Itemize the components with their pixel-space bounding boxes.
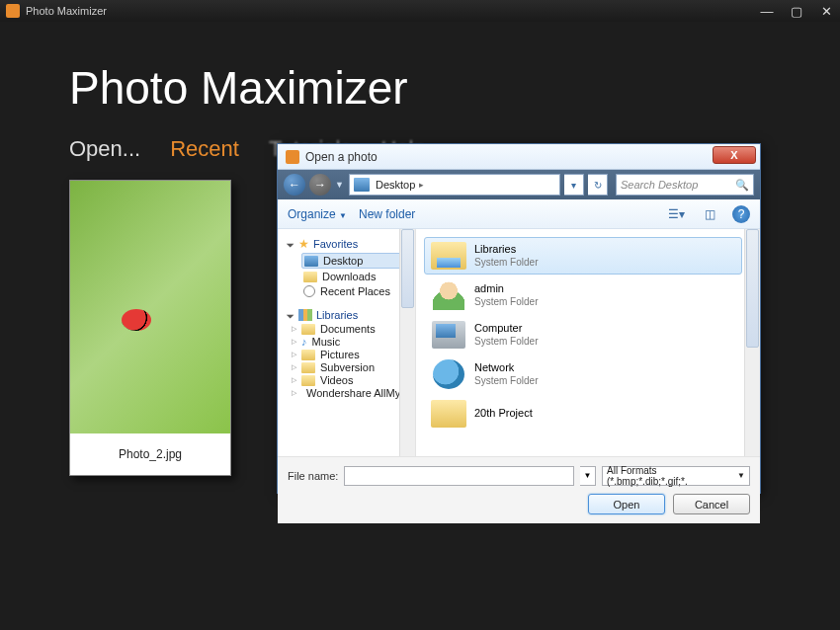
history-dropdown[interactable]: ▼ <box>335 180 345 190</box>
titlebar[interactable]: Photo Maximizer — ▢ ✕ <box>0 0 840 22</box>
dialog-actions: Open Cancel <box>278 494 760 523</box>
close-button[interactable]: ✕ <box>818 4 834 19</box>
new-folder-button[interactable]: New folder <box>359 207 415 221</box>
cancel-button[interactable]: Cancel <box>673 494 750 514</box>
nav-recent[interactable]: Recent <box>170 136 239 162</box>
dialog-app-icon <box>286 150 299 164</box>
item-icon <box>431 280 466 310</box>
maximize-button[interactable]: ▢ <box>789 4 804 19</box>
item-sub: System Folder <box>474 257 538 269</box>
app-heading: Photo Maximizer <box>69 61 771 115</box>
tree-scrollbar[interactable] <box>399 229 415 456</box>
nav-tree[interactable]: ★Favorites Desktop Downloads Recent Plac… <box>278 229 416 456</box>
dialog-toolbar: Organize ▼ New folder ☰▾ ◫ ? <box>278 199 760 229</box>
item-icon <box>431 320 466 350</box>
thumb-image <box>70 181 230 433</box>
chevron-down-icon: ▼ <box>737 471 745 480</box>
item-sub: System Folder <box>474 296 538 308</box>
item-sub: System Folder <box>474 375 538 387</box>
breadcrumb-arrow-icon[interactable]: ▸ <box>419 180 424 190</box>
tree-item-videos[interactable]: Videos <box>292 374 413 386</box>
address-dropdown[interactable]: ▾ <box>564 174 584 196</box>
item-icon <box>431 399 466 429</box>
refresh-button[interactable]: ↻ <box>588 174 608 196</box>
view-options-button[interactable]: ☰▾ <box>665 204 687 224</box>
organize-button[interactable]: Organize ▼ <box>288 207 347 221</box>
tree-item-recent-places[interactable]: Recent Places <box>301 284 413 298</box>
folder-icon <box>301 375 315 386</box>
file-item[interactable]: adminSystem Folder <box>424 276 742 314</box>
clock-icon <box>303 285 315 297</box>
app-icon <box>6 4 20 18</box>
chevron-down-icon: ▼ <box>339 211 347 220</box>
filter-text: All Formats (*.bmp;*.dib;*.gif;*. <box>607 465 737 487</box>
folder-icon <box>301 362 315 373</box>
address-text: Desktop <box>376 179 415 191</box>
dialog-close-button[interactable]: X <box>713 146 756 164</box>
tree-item-documents[interactable]: Documents <box>292 323 413 335</box>
open-button[interactable]: Open <box>588 494 665 514</box>
tree-item-pictures[interactable]: Pictures <box>292 349 413 360</box>
preview-pane-button[interactable]: ◫ <box>699 204 720 224</box>
item-icon <box>431 359 466 389</box>
search-placeholder: Search Desktop <box>621 179 698 191</box>
minimize-button[interactable]: — <box>759 4 775 19</box>
tree-item-downloads[interactable]: Downloads <box>301 270 413 283</box>
forward-button[interactable]: → <box>309 174 331 196</box>
folder-icon <box>301 350 315 360</box>
tree-scroll-handle[interactable] <box>401 229 414 308</box>
app-window: Photo Maximizer — ▢ ✕ Photo Maximizer Op… <box>0 0 840 630</box>
dialog-titlebar[interactable]: Open a photo X <box>278 144 760 170</box>
search-input[interactable]: Search Desktop 🔍 <box>616 174 754 196</box>
music-icon: ♪ <box>301 336 307 348</box>
file-item[interactable]: NetworkSystem Folder <box>424 355 742 393</box>
monitor-icon <box>304 256 318 267</box>
dialog-body: ★Favorites Desktop Downloads Recent Plac… <box>278 229 760 456</box>
filename-label: File name: <box>288 470 338 482</box>
file-item[interactable]: 20th Project <box>424 395 742 433</box>
dialog-title: Open a photo <box>305 150 378 164</box>
desktop-icon <box>354 178 370 192</box>
window-title: Photo Maximizer <box>26 5 107 17</box>
item-name: Computer <box>474 322 538 335</box>
tree-item-wondershare[interactable]: Wondershare AllMyTube <box>292 387 413 399</box>
filter-select[interactable]: All Formats (*.bmp;*.dib;*.gif;*. ▼ <box>602 466 750 486</box>
tree-libraries: Libraries <box>288 309 413 321</box>
search-icon: 🔍 <box>735 179 749 192</box>
filename-dropdown[interactable]: ▼ <box>580 466 596 486</box>
file-item[interactable]: ComputerSystem Folder <box>424 316 742 354</box>
item-name: Libraries <box>474 243 538 256</box>
address-bar[interactable]: Desktop ▸ <box>349 174 560 196</box>
file-item[interactable]: LibrariesSystem Folder <box>424 237 742 275</box>
libraries-icon <box>298 309 312 321</box>
item-name: 20th Project <box>474 407 533 420</box>
file-list[interactable]: LibrariesSystem FolderadminSystem Folder… <box>416 229 760 456</box>
item-sub: System Folder <box>474 336 538 348</box>
recent-thumb[interactable]: Photo_2.jpg <box>69 180 231 476</box>
nav-open[interactable]: Open... <box>69 136 140 162</box>
item-icon <box>431 241 466 271</box>
item-name: Network <box>474 361 538 374</box>
file-scrollbar[interactable] <box>744 229 760 456</box>
dialog-nav: ← → ▼ Desktop ▸ ▾ ↻ Search Desktop 🔍 <box>278 170 760 199</box>
tree-favorites: ★Favorites <box>288 237 413 251</box>
open-dialog: Open a photo X ← → ▼ Desktop ▸ ▾ ↻ Searc… <box>277 143 761 494</box>
tree-item-music[interactable]: ♪Music <box>292 336 413 348</box>
thumb-filename: Photo_2.jpg <box>70 433 230 475</box>
folder-icon <box>303 272 317 282</box>
file-scroll-handle[interactable] <box>746 229 759 348</box>
back-button[interactable]: ← <box>284 174 305 196</box>
tree-item-subversion[interactable]: Subversion <box>292 361 413 373</box>
filename-input[interactable] <box>344 466 574 486</box>
item-name: admin <box>474 282 538 295</box>
dialog-bottom: File name: ▼ All Formats (*.bmp;*.dib;*.… <box>278 456 760 494</box>
star-icon: ★ <box>298 237 309 251</box>
tree-item-desktop[interactable]: Desktop <box>301 253 413 269</box>
folder-icon <box>301 324 315 335</box>
help-button[interactable]: ? <box>732 205 750 223</box>
